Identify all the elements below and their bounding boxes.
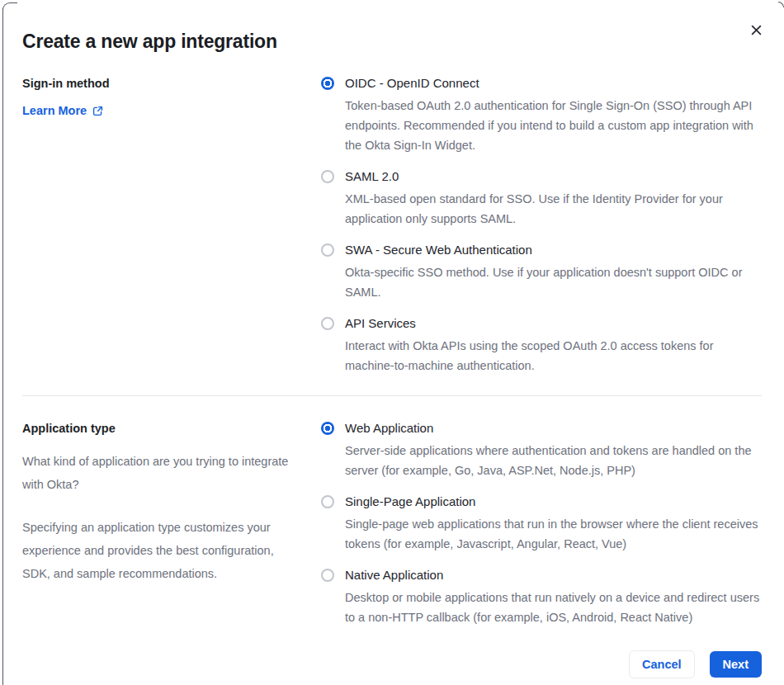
next-button[interactable]: Next — [710, 651, 762, 678]
radio-web-application[interactable] — [321, 422, 334, 435]
sign-in-method-left-column: Sign-in method Learn More — [22, 75, 301, 376]
application-type-label: Application type — [22, 420, 301, 435]
application-type-section: Application type What kind of applicatio… — [22, 420, 762, 627]
option-oidc-label[interactable]: OIDC - OpenID Connect — [345, 75, 762, 92]
learn-more-label: Learn More — [22, 104, 87, 117]
option-web-application: Web Application Server-side applications… — [321, 420, 762, 480]
learn-more-link[interactable]: Learn More — [22, 104, 103, 117]
radio-oidc[interactable] — [321, 77, 334, 90]
option-saml: SAML 2.0 XML-based open standard for SSO… — [321, 168, 762, 229]
radio-single-page-application[interactable] — [321, 495, 334, 508]
create-app-integration-dialog: Create a new app integration Sign-in met… — [0, 0, 784, 685]
sign-in-method-options: OIDC - OpenID Connect Token-based OAuth … — [321, 75, 762, 376]
dialog-footer: Cancel Next — [22, 650, 762, 678]
option-saml-label[interactable]: SAML 2.0 — [345, 168, 762, 185]
option-swa-description: Okta-specific SSO method. Use if your ap… — [345, 262, 762, 302]
radio-native-application[interactable] — [321, 569, 334, 582]
external-link-icon — [92, 106, 103, 116]
option-oidc-description: Token-based OAuth 2.0 authentication for… — [345, 96, 762, 155]
dialog-border — [2, 2, 17, 17]
sign-in-method-section: Sign-in method Learn More — [22, 75, 762, 376]
option-native-application-description: Desktop or mobile applications that run … — [345, 588, 762, 627]
dialog-border — [778, 2, 784, 7]
option-saml-description: XML-based open standard for SSO. Use if … — [345, 189, 762, 229]
section-divider — [22, 395, 762, 396]
option-web-application-description: Server-side applications where authentic… — [345, 441, 762, 480]
option-single-page-application-label[interactable]: Single-Page Application — [345, 494, 762, 510]
application-type-left-column: Application type What kind of applicatio… — [22, 420, 301, 627]
sign-in-method-label: Sign-in method — [22, 75, 301, 90]
option-api-services-label[interactable]: API Services — [345, 315, 762, 332]
option-single-page-application-description: Single-page web applications that run in… — [345, 514, 762, 554]
option-api-services-description: Interact with Okta APIs using the scoped… — [345, 336, 762, 376]
application-type-options: Web Application Server-side applications… — [321, 420, 762, 627]
option-native-application: Native Application Desktop or mobile app… — [321, 567, 762, 627]
option-single-page-application: Single-Page Application Single-page web … — [321, 494, 762, 554]
option-native-application-label[interactable]: Native Application — [345, 567, 762, 583]
option-oidc: OIDC - OpenID Connect Token-based OAuth … — [321, 75, 762, 155]
application-type-help-text: Specifying an application type customize… — [22, 516, 301, 585]
radio-api-services[interactable] — [321, 317, 334, 330]
radio-swa[interactable] — [321, 243, 334, 257]
radio-saml[interactable] — [321, 170, 334, 183]
option-swa-label[interactable]: SWA - Secure Web Authentication — [345, 242, 762, 258]
option-swa: SWA - Secure Web Authentication Okta-spe… — [321, 242, 762, 302]
option-api-services: API Services Interact with Okta APIs usi… — [321, 315, 762, 376]
option-web-application-label[interactable]: Web Application — [345, 420, 762, 437]
cancel-button[interactable]: Cancel — [629, 650, 695, 678]
close-button[interactable] — [744, 18, 767, 41]
application-type-help-text: What kind of application are you trying … — [22, 450, 301, 496]
dialog-border — [2, 8, 3, 685]
close-icon — [750, 24, 763, 36]
dialog-title: Create a new app integration — [22, 31, 762, 53]
